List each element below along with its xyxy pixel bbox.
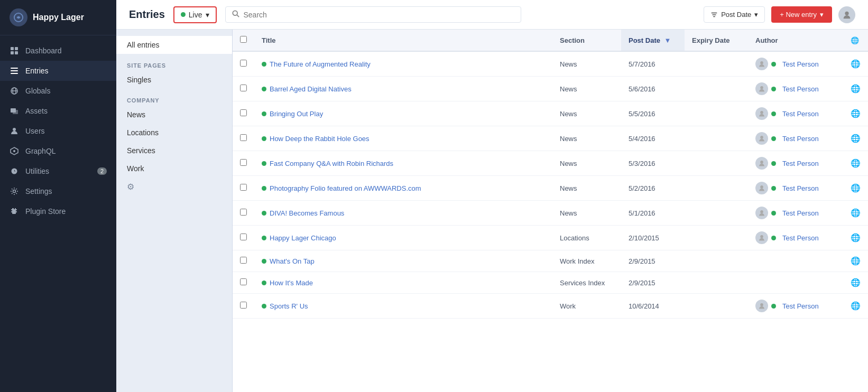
locations-item[interactable]: Locations	[116, 124, 232, 142]
globe-icon[interactable]: 🌐	[851, 158, 861, 167]
row-checkbox[interactable]	[240, 159, 247, 166]
author-link[interactable]: Test Person	[782, 110, 819, 118]
row-checkbox-cell[interactable]	[233, 176, 254, 201]
entry-section-cell: Locations	[552, 226, 621, 250]
entry-section-cell: Work	[552, 294, 621, 319]
services-item[interactable]: Services	[116, 142, 232, 160]
row-checkbox[interactable]	[240, 85, 247, 91]
author-link[interactable]: Test Person	[782, 234, 819, 242]
entry-title-link[interactable]: Barrel Aged Digital Natives	[270, 85, 352, 93]
author-column-header[interactable]: Author	[748, 30, 843, 51]
status-dot	[262, 161, 266, 166]
author-link[interactable]: Test Person	[782, 302, 819, 310]
select-all-checkbox[interactable]	[240, 36, 247, 43]
entry-globe-cell: 🌐	[843, 101, 868, 126]
row-checkbox-cell[interactable]	[233, 77, 254, 101]
user-avatar[interactable]	[838, 6, 855, 23]
author-link[interactable]: Test Person	[782, 85, 819, 93]
entry-author-cell	[748, 272, 843, 294]
entry-title-link[interactable]: The Future of Augmented Reality	[270, 60, 371, 68]
title-column-header[interactable]: Title	[254, 30, 552, 51]
entry-title-link[interactable]: Sports R' Us	[270, 302, 308, 310]
globe-icon[interactable]: 🌐	[851, 208, 861, 217]
all-entries-item[interactable]: All entries	[116, 36, 232, 54]
singles-item[interactable]: Singles	[116, 71, 232, 89]
gear-icon[interactable]: ⚙	[116, 178, 232, 196]
row-checkbox-cell[interactable]	[233, 51, 254, 77]
author-avatar	[755, 157, 768, 170]
expiry-date-column-header[interactable]: Expiry Date	[685, 30, 748, 51]
globe-icon[interactable]: 🌐	[851, 256, 861, 265]
globe-icon[interactable]: 🌐	[851, 134, 861, 143]
row-checkbox[interactable]	[240, 134, 247, 141]
row-checkbox[interactable]	[240, 209, 247, 216]
post-date-column-header[interactable]: Post Date ▼	[621, 30, 685, 51]
globe-icon[interactable]: 🌐	[851, 109, 861, 118]
entry-title-link[interactable]: What's On Tap	[270, 257, 315, 265]
row-checkbox-cell[interactable]	[233, 226, 254, 250]
entry-title-link[interactable]: Fast Company Q&A with Robin Richards	[270, 160, 393, 167]
row-checkbox[interactable]	[240, 60, 247, 67]
row-checkbox[interactable]	[240, 278, 247, 285]
row-checkbox-cell[interactable]	[233, 294, 254, 319]
sidebar-item-entries[interactable]: Entries	[0, 61, 116, 81]
author-status-dot	[771, 211, 776, 216]
table-header-row: Title Section Post Date ▼ Expiry Date Au…	[233, 30, 868, 51]
sidebar-item-plugin-store[interactable]: Plugin Store	[0, 201, 116, 221]
row-checkbox[interactable]	[240, 184, 247, 191]
row-checkbox-cell[interactable]	[233, 126, 254, 151]
row-checkbox[interactable]	[240, 109, 247, 116]
sidebar-item-globals[interactable]: Globals	[0, 81, 116, 101]
status-dot	[262, 304, 266, 309]
entries-icon	[10, 66, 19, 76]
post-date-sort-button[interactable]: Post Date ▾	[704, 6, 765, 23]
select-all-header[interactable]	[233, 30, 254, 51]
globe-icon[interactable]: 🌐	[851, 301, 861, 310]
sidebar-item-assets[interactable]: Assets	[0, 101, 116, 121]
author-link[interactable]: Test Person	[782, 209, 819, 217]
author-status-dot	[771, 136, 776, 141]
author-link[interactable]: Test Person	[782, 160, 819, 167]
sidebar-item-label: Dashboard	[25, 46, 62, 55]
new-entry-button[interactable]: + New entry ▾	[771, 6, 832, 23]
entry-globe-cell: 🌐	[843, 176, 868, 201]
row-checkbox[interactable]	[240, 257, 247, 264]
row-checkbox[interactable]	[240, 234, 247, 240]
news-item[interactable]: News	[116, 106, 232, 124]
row-checkbox-cell[interactable]	[233, 101, 254, 126]
globe-icon[interactable]: 🌐	[851, 233, 861, 242]
sidebar-item-label: Globals	[25, 87, 50, 95]
live-status-button[interactable]: Live ▾	[173, 6, 217, 23]
sidebar-item-graphql[interactable]: GraphQL	[0, 141, 116, 161]
search-input[interactable]	[244, 11, 514, 19]
sidebar-item-users[interactable]: Users	[0, 121, 116, 141]
author-link[interactable]: Test Person	[782, 60, 819, 68]
globe-icon[interactable]: 🌐	[851, 59, 861, 68]
entry-title-link[interactable]: How It's Made	[270, 279, 313, 287]
author-link[interactable]: Test Person	[782, 135, 819, 143]
globe-icon[interactable]: 🌐	[851, 278, 861, 287]
sidebar-item-utilities[interactable]: Utilities 2	[0, 161, 116, 181]
entry-title-link[interactable]: Photography Folio featured on AWWWARDS.c…	[270, 184, 421, 192]
entry-expiry-cell	[685, 272, 748, 294]
entry-title-cell: Bringing Out Play	[254, 101, 552, 126]
svg-point-31	[760, 303, 763, 306]
entry-title-link[interactable]: Happy Lager Chicago	[270, 234, 336, 242]
row-checkbox-cell[interactable]	[233, 151, 254, 176]
entry-title-link[interactable]: Bringing Out Play	[270, 110, 323, 118]
entry-title-link[interactable]: DIVA! Becomes Famous	[270, 209, 344, 217]
svg-point-23	[760, 61, 763, 64]
row-checkbox-cell[interactable]	[233, 201, 254, 226]
row-checkbox-cell[interactable]	[233, 272, 254, 294]
entry-title-link[interactable]: How Deep the Rabbit Hole Goes	[270, 135, 370, 143]
row-checkbox-cell[interactable]	[233, 250, 254, 272]
entry-expiry-cell	[685, 77, 748, 101]
globe-icon[interactable]: 🌐	[851, 84, 861, 93]
globe-icon[interactable]: 🌐	[851, 183, 861, 192]
row-checkbox[interactable]	[240, 302, 247, 309]
section-column-header[interactable]: Section	[552, 30, 621, 51]
author-link[interactable]: Test Person	[782, 184, 819, 192]
sidebar-item-dashboard[interactable]: Dashboard	[0, 41, 116, 61]
sidebar-item-settings[interactable]: Settings	[0, 181, 116, 201]
work-item[interactable]: Work	[116, 160, 232, 178]
